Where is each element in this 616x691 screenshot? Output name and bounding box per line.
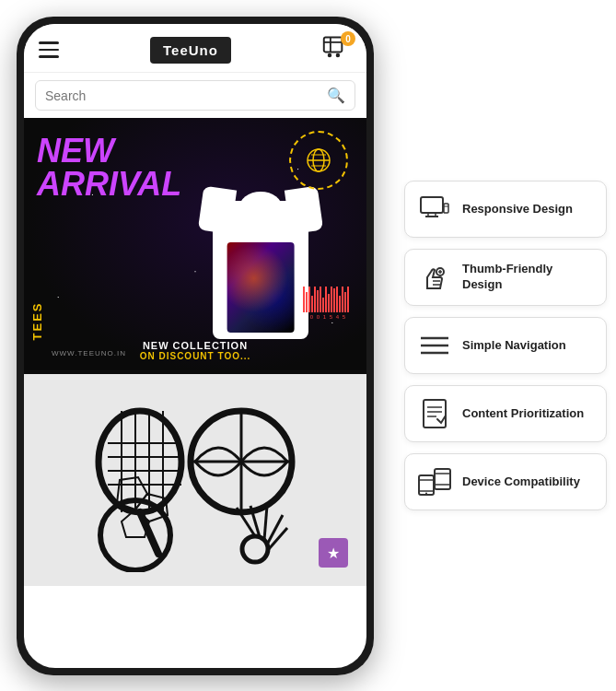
website-url: WWW.TEEUNO.IN xyxy=(52,349,126,357)
menu-icon xyxy=(418,329,451,362)
on-discount-text: ON DISCOUNT TOO... xyxy=(140,351,251,361)
svg-rect-54 xyxy=(435,469,450,489)
banner-bottom-text: NEW COLLECTION ON DISCOUNT TOO... xyxy=(140,340,251,361)
svg-rect-36 xyxy=(444,204,448,213)
star-badge: ★ xyxy=(319,538,348,568)
svg-rect-46 xyxy=(424,400,446,427)
svg-rect-0 xyxy=(324,37,343,52)
globe-icon xyxy=(305,146,332,174)
feature-label-thumb-friendly: Thumb-Friendly Design xyxy=(462,262,593,293)
feature-card-thumb-friendly[interactable]: Thumb-Friendly Design xyxy=(404,249,607,306)
feature-label-simple-navigation: Simple Navigation xyxy=(462,338,566,354)
svg-line-30 xyxy=(264,506,267,540)
devices-icon xyxy=(418,465,451,498)
svg-rect-33 xyxy=(421,197,443,213)
feature-label-device-compatibility: Device Compatibility xyxy=(462,474,580,490)
cart-badge: 0 xyxy=(341,31,355,46)
cart-button[interactable]: 0 xyxy=(322,35,352,64)
svg-point-53 xyxy=(425,493,427,495)
search-bar[interactable]: 🔍 xyxy=(35,80,355,111)
search-input[interactable] xyxy=(45,88,327,103)
tees-label: TEES xyxy=(30,302,44,341)
thumb-icon xyxy=(418,261,451,294)
barcode: 0 0 1 5 4 5 xyxy=(303,287,354,323)
banner-arrival-text: ARRIVAL xyxy=(37,168,181,201)
svg-point-10 xyxy=(99,411,181,512)
globe-circle xyxy=(289,131,348,190)
feature-card-device-compatibility[interactable]: Device Compatibility xyxy=(404,453,607,510)
promo-banner: NEW ARRIVAL xyxy=(24,118,366,374)
banner-title: NEW ARRIVAL xyxy=(37,135,181,201)
feature-label-content-prioritization: Content Prioritization xyxy=(462,406,584,422)
app-logo: TeeUno xyxy=(150,37,231,64)
features-panel: Responsive Design Thumb-Friendly Design … xyxy=(404,181,607,510)
new-collection-text: NEW COLLECTION xyxy=(140,340,251,351)
svg-point-3 xyxy=(328,53,331,57)
app-header: TeeUno 0 xyxy=(24,24,366,73)
document-icon xyxy=(418,397,451,430)
sports-icons xyxy=(66,388,324,572)
sports-section: ★ xyxy=(24,374,366,586)
phone-shell: TeeUno 0 🔍 xyxy=(17,17,374,675)
feature-card-responsive-design[interactable]: Responsive Design xyxy=(404,181,607,238)
search-icon[interactable]: 🔍 xyxy=(327,87,345,104)
globe-badge xyxy=(289,131,348,190)
phone-content: NEW ARRIVAL xyxy=(24,118,366,668)
feature-label-responsive-design: Responsive Design xyxy=(462,202,573,217)
feature-card-content-prioritization[interactable]: Content Prioritization xyxy=(404,385,607,442)
svg-rect-50 xyxy=(419,475,434,495)
svg-point-27 xyxy=(242,536,268,562)
star-icon: ★ xyxy=(327,545,340,562)
hamburger-menu[interactable] xyxy=(39,41,59,58)
svg-point-4 xyxy=(336,53,340,57)
logo-text: TeeUno xyxy=(163,42,218,58)
feature-card-simple-navigation[interactable]: Simple Navigation xyxy=(404,317,607,374)
phone-screen: TeeUno 0 🔍 xyxy=(24,24,366,668)
banner-new-text: NEW xyxy=(37,135,181,168)
monitor-icon xyxy=(418,193,451,226)
